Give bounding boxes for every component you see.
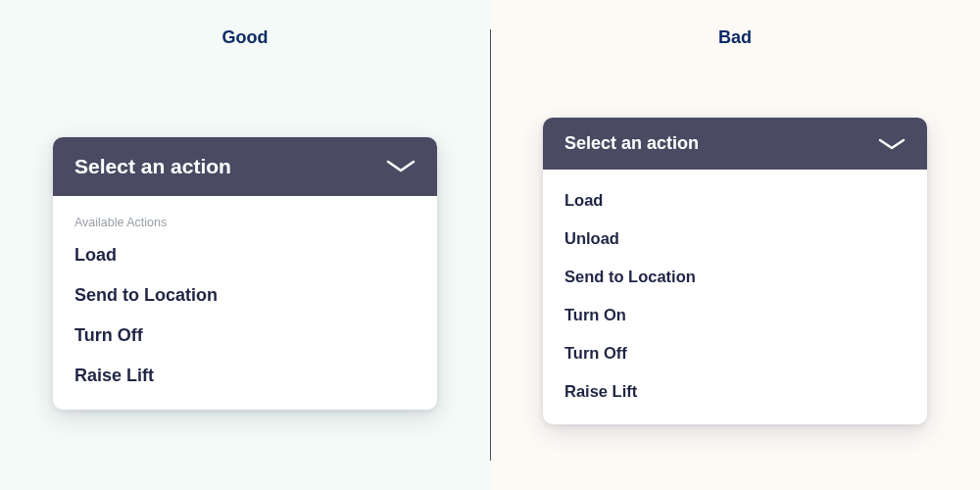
good-dropdown-menu: Available Actions Load Send to Location … (53, 196, 437, 410)
menu-item-label: Load (564, 191, 603, 209)
chevron-down-icon (878, 137, 906, 151)
good-item-load[interactable]: Load (53, 235, 437, 275)
good-panel: Good Select an action Available Actions … (0, 0, 490, 490)
menu-item-label: Unload (564, 229, 619, 247)
menu-item-label: Turn On (564, 306, 626, 323)
good-item-raise-lift[interactable]: Raise Lift (53, 356, 437, 396)
chevron-down-icon (386, 159, 416, 174)
menu-item-label: Turn Off (74, 325, 143, 345)
menu-item-label: Raise Lift (74, 366, 154, 385)
bad-dropdown: Select an action Load Unload Send to Loc… (543, 118, 927, 424)
bad-title: Bad (490, 27, 980, 48)
vertical-divider (490, 29, 491, 461)
good-item-send-to-location[interactable]: Send to Location (53, 275, 437, 316)
good-dropdown-trigger[interactable]: Select an action (53, 137, 437, 196)
bad-item-raise-lift[interactable]: Raise Lift (543, 372, 927, 411)
good-section-label: Available Actions (53, 208, 437, 235)
good-item-turn-off[interactable]: Turn Off (53, 316, 437, 356)
bad-item-turn-off[interactable]: Turn Off (543, 334, 927, 372)
bad-item-unload[interactable]: Unload (543, 220, 927, 258)
menu-item-label: Load (74, 245, 117, 265)
menu-item-label: Raise Lift (564, 382, 637, 400)
bad-item-load[interactable]: Load (543, 181, 927, 220)
menu-item-label: Send to Location (564, 268, 696, 285)
bad-dropdown-placeholder: Select an action (564, 133, 699, 154)
good-title: Good (0, 27, 490, 48)
menu-item-label: Turn Off (564, 344, 627, 362)
bad-item-turn-on[interactable]: Turn On (543, 296, 927, 334)
bad-dropdown-menu: Load Unload Send to Location Turn On Tur… (543, 170, 927, 424)
menu-item-label: Send to Location (74, 285, 218, 305)
good-dropdown-placeholder: Select an action (74, 155, 231, 178)
good-dropdown: Select an action Available Actions Load … (53, 137, 437, 410)
bad-dropdown-trigger[interactable]: Select an action (543, 118, 927, 170)
bad-item-send-to-location[interactable]: Send to Location (543, 258, 927, 296)
bad-panel: Bad Select an action Load Unload Send to… (490, 0, 980, 490)
comparison-canvas: Good Select an action Available Actions … (0, 0, 980, 490)
